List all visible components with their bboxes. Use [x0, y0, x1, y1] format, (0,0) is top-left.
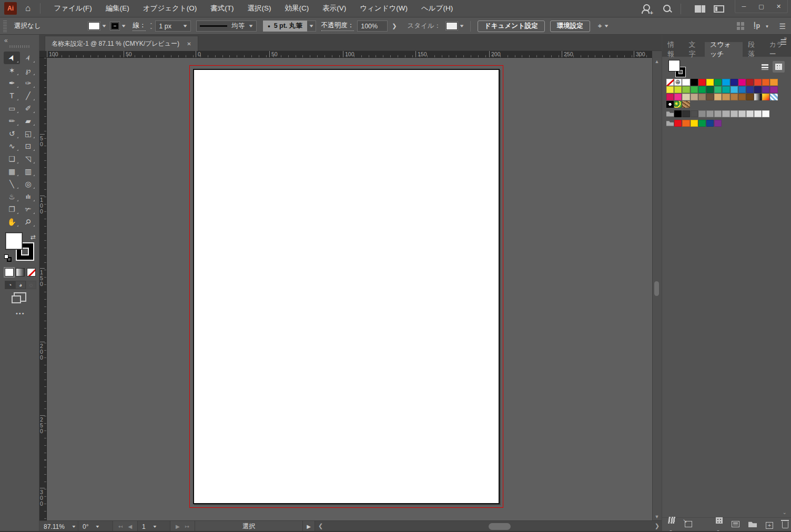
- style-well[interactable]: ▼: [446, 22, 464, 30]
- line-segment-tool[interactable]: ╱: [20, 89, 36, 102]
- swatch[interactable]: [762, 94, 769, 100]
- tools-grip[interactable]: [9, 45, 31, 48]
- grid-view-button[interactable]: [773, 61, 785, 73]
- panel-tab[interactable]: スウォッチ: [705, 42, 743, 57]
- show-swatch-kinds-icon[interactable]: ▼: [716, 517, 723, 532]
- add-to-library-icon[interactable]: [685, 521, 692, 529]
- swatch[interactable]: [746, 94, 754, 100]
- swatch[interactable]: [682, 110, 689, 117]
- chevron-down-icon[interactable]: ▼: [120, 24, 126, 28]
- swatch[interactable]: [746, 110, 754, 117]
- column-graph-tool[interactable]: ılı: [20, 190, 36, 203]
- eyedropper-tool[interactable]: ╲: [4, 178, 20, 190]
- swatch[interactable]: [698, 94, 706, 100]
- swatch[interactable]: [682, 86, 689, 93]
- swatch[interactable]: [666, 101, 674, 108]
- direct-selection-tool[interactable]: ➢: [20, 52, 36, 64]
- symbol-sprayer-tool[interactable]: ♨: [4, 190, 20, 203]
- scroll-down-icon[interactable]: ▼: [653, 514, 661, 519]
- shape-builder-tool[interactable]: ❏: [4, 152, 20, 165]
- brush-definition-dropdown[interactable]: • 5 pt. 丸筆 ▼: [263, 21, 316, 32]
- zoom-level-dropdown[interactable]: 87.11% ▼: [39, 521, 78, 532]
- swatch[interactable]: [674, 94, 682, 100]
- menu-item[interactable]: 選択(S): [241, 2, 277, 15]
- swatch[interactable]: [674, 120, 682, 127]
- app-logo-icon[interactable]: Ai: [4, 2, 17, 15]
- swatch[interactable]: [770, 86, 777, 93]
- new-color-group-icon[interactable]: [748, 521, 757, 529]
- gradient-button[interactable]: [16, 268, 25, 277]
- swatch[interactable]: [706, 86, 714, 93]
- swatch[interactable]: [691, 110, 698, 117]
- swatch[interactable]: [746, 86, 754, 93]
- search-icon[interactable]: [663, 4, 672, 14]
- panel-tab[interactable]: カラー: [764, 42, 791, 57]
- scroll-right-icon[interactable]: ❯: [655, 523, 660, 529]
- swatch[interactable]: [738, 86, 746, 93]
- next-artboard-icon[interactable]: ▶: [176, 524, 180, 529]
- swatch[interactable]: [714, 120, 722, 127]
- shaper-tool[interactable]: ✏: [4, 115, 20, 127]
- lasso-tool[interactable]: ℘: [20, 64, 36, 77]
- perspective-grid-tool[interactable]: ◹: [20, 152, 36, 165]
- type-tool[interactable]: T: [4, 89, 20, 102]
- vertical-scroll-thumb[interactable]: [654, 281, 659, 296]
- fill-proxy[interactable]: [5, 232, 23, 250]
- swatch[interactable]: [714, 86, 722, 93]
- swatch[interactable]: [714, 110, 722, 117]
- first-artboard-icon[interactable]: ↤: [118, 524, 123, 529]
- swatch-libraries-menu-icon[interactable]: ▼: [668, 517, 676, 532]
- close-button[interactable]: ✕: [770, 0, 787, 13]
- swatch[interactable]: [722, 110, 729, 117]
- canvas[interactable]: [47, 58, 652, 520]
- chevron-down-icon[interactable]: ▼: [603, 24, 609, 28]
- scale-tool[interactable]: ◱: [20, 127, 36, 140]
- swatches-fill-stroke-proxy[interactable]: [668, 60, 686, 78]
- swatch[interactable]: [754, 86, 762, 93]
- previous-artboard-icon[interactable]: ◀: [128, 524, 132, 529]
- delete-swatch-icon[interactable]: [782, 520, 788, 530]
- menu-item[interactable]: 表示(V): [317, 2, 352, 15]
- menu-item[interactable]: 書式(T): [205, 2, 239, 15]
- menu-item[interactable]: オブジェクト(O): [137, 2, 202, 15]
- horizontal-scrollbar[interactable]: ❮ ❯: [315, 521, 662, 532]
- hand-tool[interactable]: ✋: [4, 216, 20, 228]
- swatch[interactable]: [722, 79, 729, 86]
- swatch[interactable]: [682, 101, 689, 108]
- curvature-tool[interactable]: ✑: [20, 77, 36, 89]
- none-button[interactable]: [27, 268, 36, 277]
- swatch[interactable]: [691, 94, 698, 100]
- artboard-number-dropdown[interactable]: 1 ▼: [138, 521, 170, 532]
- panel-tab[interactable]: 情報: [662, 42, 683, 57]
- swatch[interactable]: [691, 79, 698, 86]
- swatch[interactable]: [762, 79, 769, 86]
- pen-tool[interactable]: ✒: [4, 77, 20, 89]
- opacity-panel-link[interactable]: 不透明度：: [321, 21, 354, 31]
- swatch[interactable]: [706, 120, 714, 127]
- free-transform-tool[interactable]: ⊡: [20, 140, 36, 152]
- swatch[interactable]: [674, 79, 682, 86]
- swatch[interactable]: [666, 94, 674, 100]
- swatch[interactable]: [754, 79, 762, 86]
- gradient-tool[interactable]: ▥: [20, 165, 36, 178]
- selection-tool[interactable]: ➤: [4, 52, 20, 64]
- chevron-down-icon[interactable]: ▼: [459, 24, 465, 28]
- swatch[interactable]: [754, 110, 762, 117]
- preferences-button[interactable]: 環境設定: [550, 21, 590, 32]
- scroll-up-icon[interactable]: ▲: [653, 59, 661, 64]
- style-swatch[interactable]: [446, 22, 458, 30]
- swatch[interactable]: [674, 110, 682, 117]
- scroll-left-icon[interactable]: ❮: [318, 523, 323, 529]
- align-glyphs-icon[interactable]: [737, 22, 745, 30]
- swatch[interactable]: [754, 94, 762, 100]
- swatch[interactable]: [698, 79, 706, 86]
- swatch[interactable]: [674, 101, 682, 108]
- list-view-button[interactable]: [759, 61, 771, 73]
- paintbrush-tool[interactable]: ✐: [20, 102, 36, 115]
- screen-mode-button[interactable]: [14, 292, 26, 302]
- swatch[interactable]: [731, 94, 738, 100]
- home-icon[interactable]: ⌂: [25, 3, 31, 14]
- swatch[interactable]: [666, 86, 674, 93]
- swatch[interactable]: [738, 79, 746, 86]
- swatch[interactable]: [746, 79, 754, 86]
